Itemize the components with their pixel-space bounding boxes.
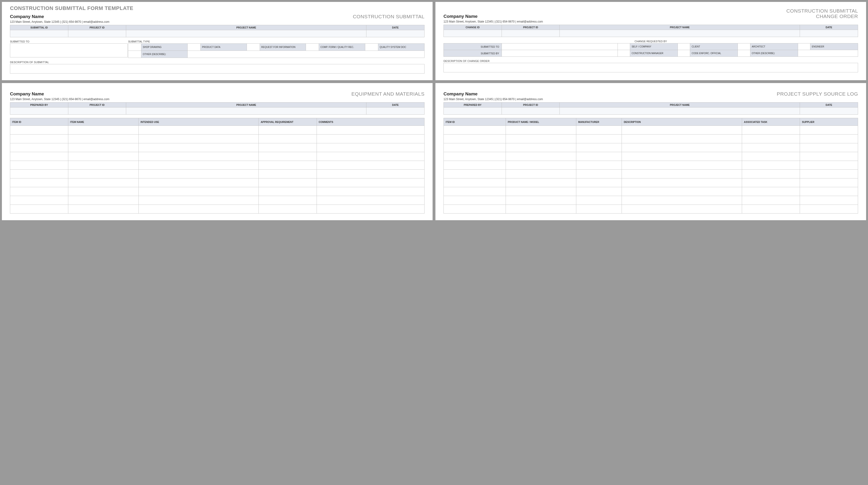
checkbox-product-data[interactable] [187, 44, 200, 51]
col-item-name: ITEM NAME [68, 118, 138, 126]
label-submittal-type: SUBMITTAL TYPE [128, 40, 425, 43]
col-change-id: CHANGE ID [444, 25, 502, 30]
label-change-requested-by: CHANGE REQUESTED BY [443, 40, 858, 43]
checkbox-comp-form[interactable] [306, 44, 319, 51]
label-self: SELF / COMPANY [630, 43, 678, 50]
input-project-name[interactable] [560, 30, 800, 37]
change-requested-table: SUBMITTED TO SELF / COMPANY CLIENT ARCHI… [443, 43, 858, 57]
input-other-describe[interactable] [798, 50, 858, 57]
col-prepared-by: PREPARED BY [444, 102, 502, 108]
table-row[interactable] [444, 196, 858, 205]
table-row[interactable] [444, 126, 858, 134]
company-name: Company Name [10, 14, 44, 19]
table-row[interactable] [444, 187, 858, 196]
input-desc-submittal[interactable] [10, 64, 425, 73]
company-address: 123 Main Street, Anytown, State 12345 | … [443, 20, 858, 23]
input-change-id[interactable] [444, 30, 502, 37]
table-row[interactable] [10, 143, 425, 152]
col-prepared-by: PREPARED BY [10, 102, 68, 108]
col-submittal-id: SUBMITTAL ID [10, 25, 68, 30]
table-row[interactable] [444, 205, 858, 214]
col-project-name: PROJECT NAME [560, 25, 800, 30]
input-project-name[interactable] [560, 108, 800, 115]
label-engineer: ENGINEER [810, 43, 858, 50]
label-other: OTHER (DESCRIBE): [750, 50, 798, 57]
input-project-id[interactable] [68, 108, 126, 115]
input-project-id[interactable] [502, 30, 560, 37]
checkbox-client[interactable] [678, 43, 690, 50]
input-date[interactable] [800, 108, 858, 115]
input-submitted-by[interactable] [502, 50, 618, 57]
label-other: OTHER (DESCRIBE): [141, 51, 188, 58]
input-date[interactable] [800, 30, 858, 37]
input-date[interactable] [366, 108, 425, 115]
checkbox-other[interactable] [128, 51, 141, 58]
doc-title-submittal: CONSTRUCTION SUBMITTAL [353, 14, 425, 19]
checkbox-cm[interactable] [618, 50, 630, 57]
col-manufacturer: MANUFACTURER [576, 118, 622, 126]
checkbox-architect[interactable] [738, 43, 750, 50]
checkbox-engineer[interactable] [798, 43, 810, 50]
col-approval-req: APPROVAL REQUIREMENT [259, 118, 317, 126]
input-other-describe[interactable] [187, 51, 424, 58]
checkbox-quality-doc[interactable] [365, 44, 378, 51]
table-row[interactable] [10, 170, 425, 178]
main-template-title: CONSTRUCTION SUBMITTAL FORM TEMPLATE [10, 5, 425, 11]
input-desc-change[interactable] [443, 63, 858, 72]
input-project-id[interactable] [68, 30, 126, 37]
label-quality-doc: QUALITY SYSTEM DOC [378, 44, 425, 51]
input-submittal-id[interactable] [10, 30, 68, 37]
label-shop-drawing: SHOP DRAWING [141, 44, 188, 51]
table-row[interactable] [444, 170, 858, 178]
label-cm: CONSTRUCTION MANAGER [630, 50, 678, 57]
col-project-name: PROJECT NAME [126, 102, 366, 108]
equipment-header-table: PREPARED BY PROJECT ID PROJECT NAME DATE [10, 102, 425, 115]
input-prepared-by[interactable] [444, 108, 502, 115]
table-row[interactable] [10, 126, 425, 134]
table-row[interactable] [10, 152, 425, 161]
table-row[interactable] [10, 196, 425, 205]
table-row[interactable] [444, 178, 858, 187]
label-submitted-to: SUBMITTED TO [10, 40, 128, 43]
input-project-name[interactable] [126, 108, 366, 115]
table-row[interactable] [10, 205, 425, 214]
submittal-header-table: SUBMITTAL ID PROJECT ID PROJECT NAME DAT… [10, 25, 425, 37]
checkbox-code-enforc[interactable] [678, 50, 690, 57]
col-project-name: PROJECT NAME [126, 25, 366, 30]
table-row[interactable] [444, 134, 858, 143]
checkbox-shop-drawing[interactable] [128, 44, 141, 51]
table-row[interactable] [444, 161, 858, 170]
col-project-id: PROJECT ID [502, 102, 560, 108]
doc-title-supply-log: PROJECT SUPPLY SOURCE LOG [777, 91, 858, 97]
supply-header-table: PREPARED BY PROJECT ID PROJECT NAME DATE [443, 102, 858, 115]
input-prepared-by[interactable] [10, 108, 68, 115]
checkbox-rfi[interactable] [247, 44, 260, 51]
checkbox-self[interactable] [618, 43, 630, 50]
input-project-name[interactable] [126, 30, 366, 37]
col-project-id: PROJECT ID [68, 25, 126, 30]
table-row[interactable] [444, 152, 858, 161]
table-row[interactable] [10, 161, 425, 170]
input-submitted-to[interactable] [10, 44, 128, 57]
table-row[interactable] [10, 187, 425, 196]
company-address: 123 Main Street, Anytown, State 12345 | … [10, 20, 425, 24]
table-row[interactable] [444, 143, 858, 152]
panel-supply-source-log: Company Name PROJECT SUPPLY SOURCE LOG 1… [435, 83, 866, 220]
doc-title-equipment: EQUIPMENT AND MATERIALS [351, 91, 425, 97]
equipment-items-table: ITEM ID ITEM NAME INTENDED USE APPROVAL … [10, 118, 425, 214]
label-product-data: PRODUCT DATA [200, 44, 247, 51]
table-row[interactable] [10, 134, 425, 143]
checkbox-other[interactable] [738, 50, 750, 57]
col-description: DESCRIPTION [622, 118, 742, 126]
col-date: DATE [366, 102, 425, 108]
row-submitted-by: SUBMITTED BY [444, 50, 502, 57]
company-name: Company Name [443, 14, 478, 19]
supply-items-table: ITEM ID PRODUCT NAME / MODEL MANUFACTURE… [443, 118, 858, 214]
col-item-id: ITEM ID [444, 118, 506, 126]
table-row[interactable] [10, 178, 425, 187]
input-date[interactable] [366, 30, 425, 37]
input-project-id[interactable] [502, 108, 560, 115]
input-submitted-to[interactable] [502, 43, 618, 50]
col-project-id: PROJECT ID [68, 102, 126, 108]
col-project-id: PROJECT ID [502, 25, 560, 30]
